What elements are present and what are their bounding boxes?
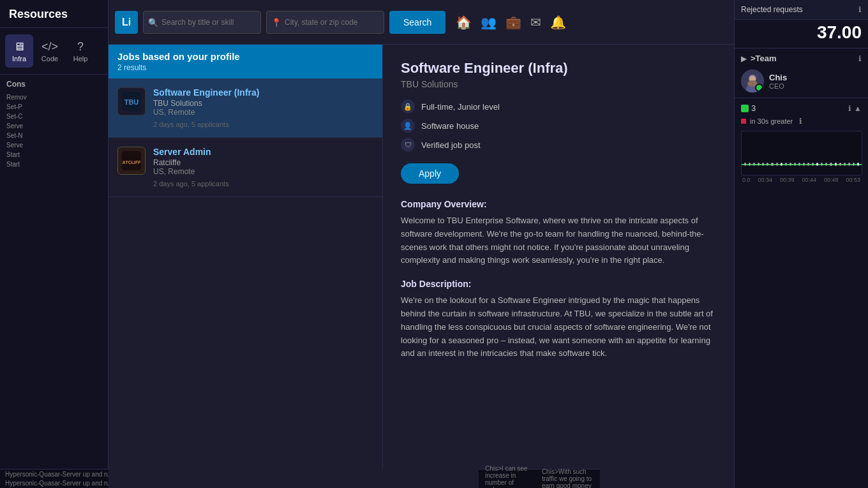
job-logo-ratcliffe: RATCLIFFE [117,147,146,175]
graph-dot [762,163,764,166]
job-meta-2: 2 days ago, 5 applicants [153,180,373,188]
member-avatar [741,70,764,92]
rejected-header: Rejected requests ℹ [735,0,868,20]
help-icon: ? [77,40,84,54]
infra-icon: 🖥 [13,40,25,54]
job-company-1: TBU Solutions [153,99,373,108]
briefcase-icon[interactable]: 💼 [505,15,521,30]
detail-title: Software Engineer (Infra) [401,60,716,77]
graph-dot [789,163,791,166]
console-item: Set-C [5,112,103,121]
graph-dot [807,163,809,166]
graph-section: 3 ℹ ▲ in 30s greater ℹ [735,98,868,188]
console-section: Cons Remov Set-P Set-C Serve Set-N Serve… [0,75,108,169]
scroll-up-icon[interactable]: ▲ [854,104,862,113]
job-company-2: Ratcliffe [153,158,373,167]
graph-red-indicator [741,119,746,124]
job-meta-1: 2 days ago, 5 applicants [153,121,373,128]
graph-dot [812,163,814,166]
topbar-icons: 🏠 👥 💼 ✉ 🔔 [456,15,566,30]
apply-button[interactable]: Apply [401,163,459,184]
search-title-input[interactable] [143,11,261,34]
search-button[interactable]: Search [389,11,445,34]
topbar: Li 🔍 📍 Search 🏠 👥 💼 ✉ 🔔 [108,0,734,45]
lock-icon: 🔒 [401,100,415,114]
rejected-title: Rejected requests [741,5,855,14]
graph-dot-active [835,163,837,166]
sidebar-item-code[interactable]: </> Code [36,34,64,68]
right-sidebar: Rejected requests ℹ 37.00 ▶ >Team ℹ Chis [734,0,868,488]
graph-timescale: 0.0 00:34 00:39 00:44 00:48 00:53 [741,175,862,183]
main-content: Li 🔍 📍 Search 🏠 👥 💼 ✉ 🔔 Jobs based on yo… [108,0,734,488]
job-item-1[interactable]: TBU Software Engineer (Infra) TBU Soluti… [108,78,382,138]
timescale-0: 0.0 [742,177,751,183]
member-name: Chis [769,73,787,82]
timescale-1: 00:34 [758,177,772,183]
graph-dot [844,163,846,166]
graph-dot [767,163,768,166]
job-desc-text: We're on the lookout for a Software Engi… [401,294,716,360]
detail-badge-type: 👤 Software house [401,119,716,133]
rejected-count: 37.00 [735,20,868,48]
timescale-3: 00:44 [802,177,816,183]
job-detail-panel: Software Engineer (Infra) TBU Solutions … [383,45,734,469]
graph-dot [749,163,751,166]
job-list-panel: Jobs based on your profile 2 results TBU… [108,45,383,469]
shield-icon: 🛡 [401,138,415,152]
sidebar-title: Resources [0,0,108,28]
bell-icon[interactable]: 🔔 [550,15,566,30]
home-icon[interactable]: 🏠 [456,15,472,30]
sidebar-item-help[interactable]: ? Help [66,34,94,68]
linkedin-logo[interactable]: Li [115,11,138,34]
graph-dot [853,163,855,166]
console-item: Serve [5,140,103,150]
job-location-1: US, Remote [153,108,373,117]
svg-text:RATCLIFFE: RATCLIFFE [122,160,141,165]
graph-dot-active [781,163,782,166]
team-section: ▶ >Team ℹ Chis CEO [735,48,868,98]
status-bar: Chis>I can see increase in number of ord… [479,469,600,488]
job-title-1: Software Engineer (Infra) [153,87,373,98]
graph-dot [744,163,746,166]
search-location-input[interactable] [266,11,384,34]
timescale-5: 00:53 [846,177,860,183]
team-info-icon[interactable]: ℹ [858,54,862,63]
company-overview-text: Welcome to TBU Enterprise Software, wher… [401,214,716,267]
detail-badges: 🔒 Full-time, Junior level 👤 Software hou… [401,100,716,152]
status-msg-2: Chis>With such traffic we going to earn … [542,468,594,488]
job-item-2[interactable]: RATCLIFFE Server Admin Ratcliffe US, Rem… [108,138,382,197]
message-icon[interactable]: ✉ [530,15,541,30]
timescale-2: 00:39 [780,177,795,183]
people-icon[interactable]: 👥 [481,15,497,30]
graph-dot-active [816,163,818,166]
job-desc-title: Job Description: [401,279,716,289]
graph-dot-last [857,163,859,166]
left-sidebar: Resources 🖥 Infra </> Code ? Help Cons R… [0,0,108,488]
rejected-info-icon[interactable]: ℹ [858,5,862,14]
graph-dot [830,163,832,166]
jobs-header-title: Jobs based on your profile [117,51,373,62]
status-msg-1: Chis>I can see increase in number of ord… [485,465,529,489]
console-title: Cons [5,80,103,89]
detail-employment-text: Full-time, Junior level [421,102,500,112]
team-label[interactable]: >Team [751,54,855,63]
search-location-wrapper: 📍 [266,11,384,34]
sidebar-item-infra-label: Infra [12,55,26,63]
member-info: Chis CEO [769,73,787,90]
job-info-1: Software Engineer (Infra) TBU Solutions … [153,87,373,128]
graph-dot [785,163,787,166]
detail-company: TBU Solutions [401,79,716,89]
graph-dot [776,163,778,166]
sidebar-nav: 🖥 Infra </> Code ? Help [0,28,108,75]
jobs-header: Jobs based on your profile 2 results [108,45,382,78]
graph-subtitle-row: in 30s greater ℹ [741,117,862,126]
sidebar-item-infra[interactable]: 🖥 Infra [5,34,33,68]
detail-badge-employment: 🔒 Full-time, Junior level [401,100,716,114]
detail-type-text: Software house [421,121,479,131]
graph-info-icon[interactable]: ℹ [848,104,851,113]
job-title-2: Server Admin [153,147,373,157]
graph-subtitle-info-icon[interactable]: ℹ [799,117,802,126]
sidebar-item-code-label: Code [41,55,58,63]
graph-dot [771,163,773,166]
graph-green-indicator [741,105,749,112]
